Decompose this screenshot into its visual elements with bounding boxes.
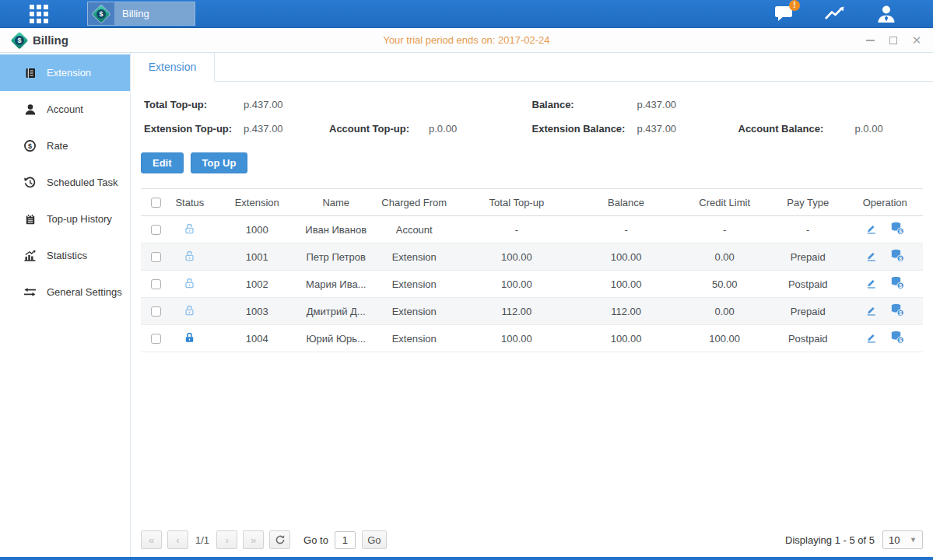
status-lock-icon	[184, 277, 195, 289]
table-row: 1004 Юрий Юрь... Extension 100.00 100.00…	[141, 325, 923, 352]
cell-pay-type: Prepaid	[769, 243, 847, 271]
column-header-total-top-up: Total Top-up	[461, 189, 572, 216]
reports-button[interactable]	[823, 4, 847, 24]
svg-text:$: $	[899, 256, 902, 262]
sidebar-item-top-up-history[interactable]: Top-up History	[0, 201, 130, 237]
table-row: 1003 Дмитрий Д... Extension 112.00 112.0…	[141, 298, 923, 325]
sidebar-item-rate[interactable]: $ Rate	[0, 128, 130, 164]
topup-icon[interactable]: $	[890, 222, 904, 235]
app-launcher-button[interactable]	[19, 0, 59, 28]
cell-credit-limit: 0.00	[680, 298, 769, 325]
taskbar-tab-billing[interactable]: $ Billing	[87, 2, 195, 26]
top-up-button[interactable]: Top Up	[191, 152, 248, 173]
go-button[interactable]: Go	[362, 530, 387, 549]
minimize-button[interactable]	[865, 35, 875, 46]
sidebar-item-general-settings[interactable]: General Settings	[0, 274, 130, 310]
sidebar-item-label: Statistics	[47, 250, 87, 261]
cell-total-topup: 100.00	[461, 325, 572, 352]
pagination-bar: « ‹ 1/1 › » Go to Go Display	[141, 530, 923, 551]
row-checkbox[interactable]	[151, 306, 161, 317]
next-page-button[interactable]: ›	[216, 530, 237, 549]
row-checkbox[interactable]	[151, 252, 161, 262]
column-header-charged-from: Charged From	[367, 189, 461, 216]
maximize-button[interactable]	[888, 35, 899, 46]
cell-total-topup: 100.00	[461, 271, 572, 298]
extension-content: Total Top-up: p.437.00 Extension Top-up:…	[131, 82, 933, 557]
sidebar-item-label: Scheduled Task	[47, 177, 118, 188]
tab-strip: Extension	[131, 53, 933, 82]
dollar-circle-icon: $	[23, 139, 37, 152]
window-title-text: Billing	[33, 33, 68, 47]
edit-icon[interactable]	[865, 304, 877, 317]
status-lock-icon	[184, 250, 195, 262]
cell-balance: 100.00	[572, 325, 681, 352]
svg-text:$: $	[899, 338, 902, 344]
page-size-select[interactable]: 10 ▼	[882, 530, 923, 549]
svg-text:$: $	[899, 310, 902, 317]
topup-icon[interactable]: $	[890, 249, 904, 262]
cell-balance: 100.00	[572, 271, 681, 298]
cell-extension: 1001	[209, 243, 305, 271]
cell-extension: 1000	[209, 216, 305, 243]
edit-icon[interactable]	[865, 250, 877, 262]
row-checkbox[interactable]	[151, 225, 161, 235]
first-page-button[interactable]: «	[141, 530, 162, 549]
column-header-balance: Balance	[572, 189, 681, 216]
close-button[interactable]: ✕	[911, 35, 922, 46]
window-title: $ Billing	[11, 32, 68, 49]
status-lock-icon	[184, 304, 195, 317]
last-page-button[interactable]: »	[243, 530, 264, 549]
sidebar-item-label: Top-up History	[47, 213, 112, 225]
edit-button[interactable]: Edit	[141, 152, 184, 173]
cell-pay-type: Postpaid	[769, 325, 847, 352]
cell-pay-type: Postpaid	[769, 271, 847, 298]
sidebar-item-account[interactable]: Account	[0, 91, 130, 128]
account-balance-label: Account Balance:	[738, 123, 855, 135]
refresh-button[interactable]	[269, 530, 290, 549]
cell-total-topup: 100.00	[461, 243, 572, 271]
cell-credit-limit: -	[680, 216, 769, 243]
user-menu-button[interactable]	[874, 4, 899, 24]
table-row: 1002 Мария Ива... Extension 100.00 100.0…	[141, 271, 923, 298]
chevron-down-icon: ▼	[910, 536, 917, 544]
account-topup-value: p.0.00	[429, 123, 532, 135]
cell-credit-limit: 100.00	[680, 325, 769, 352]
taskbar-tab-label: Billing	[114, 2, 195, 25]
sidebar-item-label: General Settings	[47, 286, 122, 298]
account-topup-label: Account Top-up:	[329, 123, 429, 135]
edit-icon[interactable]	[865, 222, 877, 235]
topup-icon[interactable]: $	[890, 276, 904, 289]
goto-page-input[interactable]	[335, 531, 356, 549]
edit-icon[interactable]	[865, 277, 877, 289]
notepad-icon	[23, 212, 37, 226]
svg-text:$: $	[899, 229, 902, 235]
account-balance-value: p.0.00	[855, 123, 924, 135]
sidebar-item-label: Rate	[47, 140, 68, 152]
total-topup-label: Total Top-up:	[144, 99, 244, 110]
topup-icon[interactable]: $	[890, 331, 904, 344]
row-checkbox[interactable]	[151, 279, 161, 289]
row-checkbox[interactable]	[151, 334, 161, 344]
sidebar-item-extension[interactable]: Extension	[0, 54, 130, 91]
table-row: 1001 Петр Петров Extension 100.00 100.00…	[141, 243, 923, 271]
topup-icon[interactable]: $	[890, 303, 904, 317]
select-all-checkbox[interactable]	[151, 198, 161, 208]
cell-charged-from: Extension	[367, 243, 461, 271]
column-header-name: Name	[305, 189, 367, 216]
cell-credit-limit: 50.00	[680, 271, 769, 298]
sliders-icon	[23, 285, 37, 299]
tab-extension[interactable]: Extension	[131, 53, 215, 82]
cell-pay-type: -	[769, 216, 847, 243]
total-topup-value: p.437.00	[244, 99, 329, 110]
prev-page-button[interactable]: ‹	[167, 530, 188, 549]
window-bottom-edge	[0, 557, 933, 560]
sidebar-item-scheduled-task[interactable]: Scheduled Task	[0, 164, 130, 201]
status-lock-icon	[184, 331, 195, 344]
sidebar-item-statistics[interactable]: Statistics	[0, 237, 130, 274]
messages-button[interactable]: !	[771, 4, 796, 24]
billing-app-window: $ Billing !	[0, 0, 933, 560]
cell-name: Петр Петров	[305, 243, 367, 271]
table-row: 1000 Иван Иванов Account - - - -	[141, 216, 923, 243]
edit-icon[interactable]	[865, 331, 877, 344]
cell-total-topup: 112.00	[461, 298, 572, 325]
